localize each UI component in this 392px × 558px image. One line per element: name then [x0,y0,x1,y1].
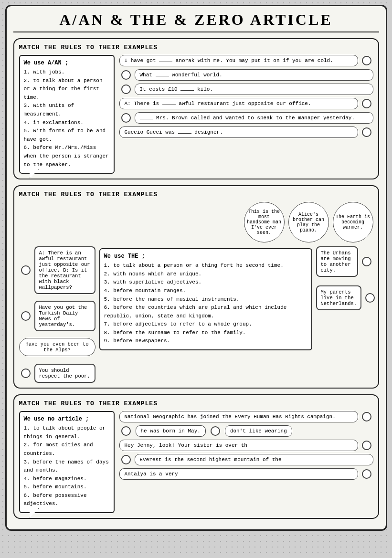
example3-row: It costs £10 kilo. [119,84,373,95]
sec3-ex2a-text: he was born in May. [141,428,201,434]
example5-row: Mrs. Brown called and wanted to speak to… [119,112,373,124]
the-rule7: 7. before adjectives to refer to a whole… [104,320,307,329]
main-page: A/AN & THE & ZERO ARTICLE MATCH THE RULE… [5,5,387,531]
the-rule1: 1. to talk about a person or a thing for… [104,262,307,270]
example3-text: It costs £10 kilo. [140,86,213,92]
sec3-ex1-circle[interactable] [362,412,371,421]
left-circle1[interactable] [21,265,31,275]
rule1-item2: 2. to talk about a person or a thing for… [24,77,110,102]
rule3-item4: 4. before magazines. [24,475,110,484]
right-circle1[interactable] [362,257,371,266]
the-rule8: 8. before the surname to refer to the fa… [104,329,307,337]
right-bubble1-text: The Urhans are moving to another city. [321,250,351,273]
sec3-ex2-circle[interactable] [121,426,131,436]
rules3-list: 1. to talk about people or things in gen… [24,424,110,508]
left-bubble2-text: Have you got the Turkish Daily News of y… [39,305,87,327]
sec3-ex2b-box: don't like wearing [225,425,292,437]
sec3-ex2b-circle[interactable] [211,426,220,436]
example1-box: I have got anorak with me. You may put i… [119,55,358,66]
left-bubble1-text: A: There is an awful restaurant just opp… [39,250,90,290]
example2-row: What wonderful world. [119,69,373,81]
right-bubble1-row: The Urhans are moving to another city. [316,246,373,277]
the-rules-header: We use THE ; [104,253,307,260]
example4-row: A: There is awful restaurant just opposi… [119,98,373,109]
the-rule3: 3. with superlative adjectives. [104,278,307,287]
rule3-item2: 2. for most cities and countries. [24,441,110,458]
example3-box: It costs £10 kilo. [135,84,373,95]
sec3-ex1-row: National Geographic has joined the Every… [119,411,373,422]
rule3-item6: 6. before possessive adjectives. [24,492,110,508]
top-bubble2: Alice's brother can play the piano. [288,202,329,242]
example6-row: Guccio Gucci was designer. [119,126,373,138]
left-bubble1-row: A: There is an awful restaurant just opp… [19,246,95,294]
rule3-item3: 3. before the names of days and months. [24,458,110,475]
sec3-ex5-circle[interactable] [362,469,371,479]
sec3-ex4-row: Everest is the second highest mountain o… [119,454,373,465]
left-circle2[interactable] [21,311,31,321]
left-bubble1: A: There is an awful restaurant just opp… [34,246,95,294]
right-bubble2-text: My parents live in the Netherlands. [321,289,357,306]
section3-title: MATCH THE RULES TO THEIR EXAMPLES [19,400,373,407]
top-bubble1-text: This is the most handsome man I've ever … [246,209,282,235]
the-rules-list: 1. to talk about a person or a thing for… [104,262,307,346]
section3: MATCH THE RULES TO THEIR EXAMPLES We use… [13,394,379,519]
section1-rules: We use A/AN ; 1. with jobs. 2. to talk a… [19,55,115,174]
the-rule5: 5. before the names of musical instrumen… [104,295,307,304]
sec3-ex5-row: Antalya is a very [119,468,373,480]
rule3-item5: 5. before mountains. [24,483,110,492]
example5-box: Mrs. Brown called and wanted to speak to… [135,112,373,124]
sec3-ex5-box: Antalya is a very [119,468,358,480]
sec3-ex4-box: Everest is the second highest mountain o… [135,454,373,465]
sec3-ex3-text: Hey Jenny, look! Your sister is over th [125,442,247,448]
example6-box: Guccio Gucci was designer. [119,126,358,138]
sec3-ex4-circle[interactable] [121,455,131,464]
section2-title: MATCH THE RULES TO THEIR EXAMPLES [19,191,373,198]
left-bubble2: Have you got the Turkish Daily News of y… [34,301,95,331]
rules1-header: We use A/AN ; [24,60,110,66]
rule3-item1: 1. to talk about people or things in gen… [24,424,110,441]
sec3-ex5-text: Antalya is a very [125,471,178,477]
left-bubble3: You should respect the poor. [34,364,95,383]
sec3-ex2-row: he was born in May. don't like wearing [119,425,373,437]
example4-circle[interactable] [362,99,371,108]
example5-text: Mrs. Brown called and wanted to speak to… [140,115,355,121]
top-bubble3: The Earth is becoming warmer. [333,202,373,242]
sec3-ex1-text: National Geographic has joined the Every… [125,414,336,420]
rule1-item4: 4. in exclamations. [24,119,110,127]
right-circle2[interactable] [365,293,375,303]
rule1-item3: 3. with units of measurement. [24,102,110,118]
example2-circle[interactable] [121,70,131,80]
sec3-ex2a-box: he was born in May. [136,425,206,437]
example1-circle[interactable] [362,56,371,65]
example5-circle[interactable] [121,113,131,123]
left-circle3[interactable] [21,368,31,378]
example6-circle[interactable] [362,127,371,137]
section2-right: The Urhans are moving to another city. M… [316,246,373,383]
left-bubble3-row: You should respect the poor. [19,364,95,383]
the-rule6: 6. before the countries which are plural… [104,304,307,320]
bottom-oval-text: Have you even been to the Alps? [25,341,88,353]
section1-title: MATCH THE RULES TO THEIR EXAMPLES [19,44,373,51]
right-bubble2: My parents live in the Netherlands. [316,285,362,310]
sec3-ex2b-text: don't like wearing [230,428,287,434]
section2-left: A: There is an awful restaurant just opp… [19,246,95,383]
example3-circle[interactable] [121,84,131,94]
example2-box: What wonderful world. [135,69,373,81]
the-rule9: 9. before newspapers. [104,337,307,346]
rule1-item5: 5. with forms of to be and have got. [24,127,110,144]
sec3-ex3-circle[interactable] [362,441,371,450]
bottom-oval: Have you even been to the Alps? [19,338,95,356]
top-bubble3-text: The Earth is becoming warmer. [335,214,371,230]
sec3-ex4-text: Everest is the second highest mountain o… [140,457,282,463]
example1-row: I have got anorak with me. You may put i… [119,55,373,66]
example6-text: Guccio Gucci was designer. [125,129,223,135]
page-title: A/AN & THE & ZERO ARTICLE [13,11,379,32]
top-bubble2-text: Alice's brother can play the piano. [291,212,327,233]
section3-rules: We use no article ; 1. to talk about peo… [19,411,115,513]
the-rule4: 4. before mountain ranges. [104,287,307,295]
top-bubble1: This is the most handsome man I've ever … [244,202,285,242]
the-rules-box: We use THE ; 1. to talk about a person o… [99,248,312,350]
section2-middle: We use THE ; 1. to talk about a person o… [99,246,312,383]
example2-text: What wonderful world. [140,72,222,78]
example1-text: I have got anorak with me. You may put i… [125,58,333,63]
